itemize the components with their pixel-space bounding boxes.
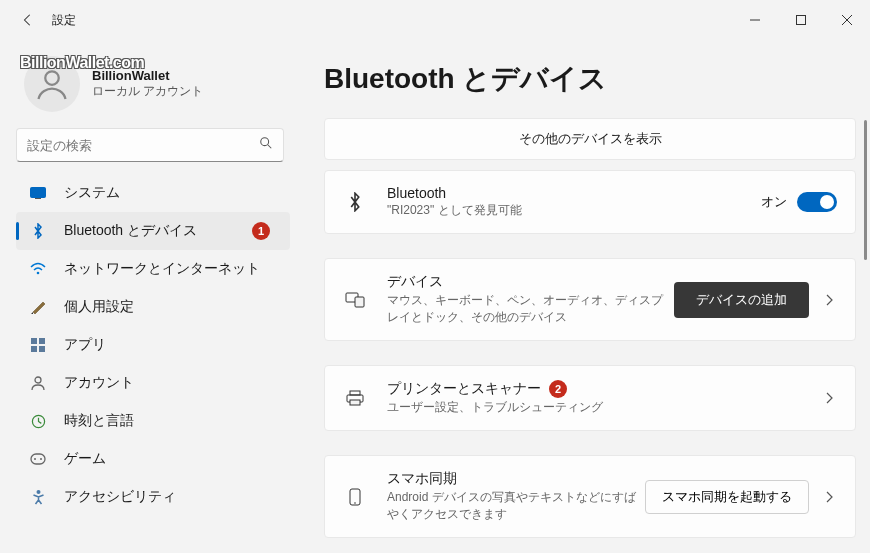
show-other-devices-button[interactable]: その他のデバイスを表示 <box>324 118 856 160</box>
sidebar-item-apps[interactable]: アプリ <box>16 326 290 364</box>
svg-point-17 <box>36 490 40 494</box>
card-title: プリンターとスキャナー <box>387 380 541 398</box>
svg-rect-9 <box>39 338 45 344</box>
sidebar-item-label: Bluetooth とデバイス <box>64 222 252 240</box>
svg-rect-22 <box>350 400 360 405</box>
settings-window: 設定 BillionWallet ローカル アカウント BillionWalle… <box>0 0 870 553</box>
system-icon <box>28 183 48 203</box>
clock-icon <box>28 411 48 431</box>
svg-point-16 <box>40 458 42 460</box>
card-sub: "RI2023" として発見可能 <box>387 202 761 219</box>
printers-card[interactable]: プリンターとスキャナー 2 ユーザー設定、トラブルシューティング <box>324 365 856 431</box>
sidebar-item-label: アカウント <box>64 374 290 392</box>
devices-icon <box>343 292 367 308</box>
sidebar-item-personalize[interactable]: 個人用設定 <box>16 288 290 326</box>
sidebar-item-label: システム <box>64 184 290 202</box>
sidebar-item-time[interactable]: 時刻と言語 <box>16 402 290 440</box>
profile-sub: ローカル アカウント <box>92 83 203 100</box>
bluetooth-icon <box>28 221 48 241</box>
sidebar-item-label: アクセシビリティ <box>64 488 290 506</box>
minimize-button[interactable] <box>732 0 778 40</box>
game-icon <box>28 449 48 469</box>
sidebar-item-label: ゲーム <box>64 450 290 468</box>
search-icon <box>259 136 273 154</box>
svg-rect-14 <box>31 454 45 464</box>
printer-icon <box>343 390 367 406</box>
svg-rect-20 <box>350 391 360 395</box>
sidebar-item-label: ネットワークとインターネット <box>64 260 290 278</box>
window-title: 設定 <box>52 12 76 29</box>
svg-rect-11 <box>39 346 45 352</box>
sidebar-item-network[interactable]: ネットワークとインターネット <box>16 250 290 288</box>
svg-point-7 <box>37 272 40 275</box>
chevron-right-icon <box>823 392 837 404</box>
svg-rect-1 <box>797 16 806 25</box>
toggle-state: オン <box>761 193 787 211</box>
svg-point-2 <box>45 71 59 85</box>
printers-badge: 2 <box>549 380 567 398</box>
svg-rect-5 <box>31 188 46 198</box>
card-title: Bluetooth <box>387 185 761 201</box>
svg-rect-6 <box>35 198 41 199</box>
chevron-right-icon <box>823 294 837 306</box>
svg-rect-8 <box>31 338 37 344</box>
sidebar-item-label: 時刻と言語 <box>64 412 290 430</box>
card-sub: ユーザー設定、トラブルシューティング <box>387 399 823 416</box>
sidebar: BillionWallet ローカル アカウント BillionWallet.c… <box>0 40 300 553</box>
svg-point-24 <box>354 502 356 504</box>
brush-icon <box>28 297 48 317</box>
sidebar-item-accounts[interactable]: アカウント <box>16 364 290 402</box>
accessibility-icon <box>28 487 48 507</box>
sidebar-item-bluetooth[interactable]: Bluetooth とデバイス 1 <box>16 212 290 250</box>
chevron-right-icon <box>823 491 837 503</box>
maximize-button[interactable] <box>778 0 824 40</box>
phone-icon <box>343 488 367 506</box>
open-phone-link-button[interactable]: スマホ同期を起動する <box>645 480 809 514</box>
svg-rect-10 <box>31 346 37 352</box>
sidebar-item-system[interactable]: システム <box>16 174 290 212</box>
svg-point-3 <box>261 138 269 146</box>
svg-point-12 <box>35 377 41 383</box>
sidebar-item-label: アプリ <box>64 336 290 354</box>
scrollbar[interactable] <box>860 40 870 553</box>
nav-badge: 1 <box>252 222 270 240</box>
card-title: スマホ同期 <box>387 470 645 488</box>
watermark: BillionWallet.com <box>20 54 144 72</box>
page-title: Bluetooth とデバイス <box>324 60 856 98</box>
back-button[interactable] <box>12 4 44 36</box>
svg-rect-19 <box>355 297 364 307</box>
phone-link-card[interactable]: スマホ同期 Android デバイスの写真やテキストなどにすばやくアクセスできま… <box>324 455 856 538</box>
sidebar-item-label: 個人用設定 <box>64 298 290 316</box>
nav: システム Bluetooth とデバイス 1 ネットワークとインターネット 個人… <box>16 174 300 553</box>
card-title: デバイス <box>387 273 674 291</box>
scrollbar-thumb[interactable] <box>864 120 867 260</box>
devices-card[interactable]: デバイス マウス、キーボード、ペン、オーディオ、ディスプレイとドック、その他のデ… <box>324 258 856 341</box>
svg-point-15 <box>34 458 36 460</box>
search-box[interactable] <box>16 128 284 162</box>
card-sub: Android デバイスの写真やテキストなどにすばやくアクセスできます <box>387 489 645 523</box>
close-button[interactable] <box>824 0 870 40</box>
svg-line-4 <box>268 145 272 149</box>
profile-block[interactable]: BillionWallet ローカル アカウント BillionWallet.c… <box>16 48 300 128</box>
main-content: Bluetooth とデバイス その他のデバイスを表示 Bluetooth "R… <box>300 40 870 553</box>
bluetooth-toggle[interactable] <box>797 192 837 212</box>
add-device-button[interactable]: デバイスの追加 <box>674 282 809 318</box>
apps-icon <box>28 335 48 355</box>
search-input[interactable] <box>27 138 259 153</box>
sidebar-item-accessibility[interactable]: アクセシビリティ <box>16 478 290 516</box>
card-sub: マウス、キーボード、ペン、オーディオ、ディスプレイとドック、その他のデバイス <box>387 292 674 326</box>
titlebar: 設定 <box>0 0 870 40</box>
person-icon <box>28 373 48 393</box>
sidebar-item-gaming[interactable]: ゲーム <box>16 440 290 478</box>
wifi-icon <box>28 259 48 279</box>
bluetooth-icon <box>343 192 367 212</box>
bluetooth-toggle-card[interactable]: Bluetooth "RI2023" として発見可能 オン <box>324 170 856 234</box>
show-other-label: その他のデバイスを表示 <box>519 130 662 148</box>
